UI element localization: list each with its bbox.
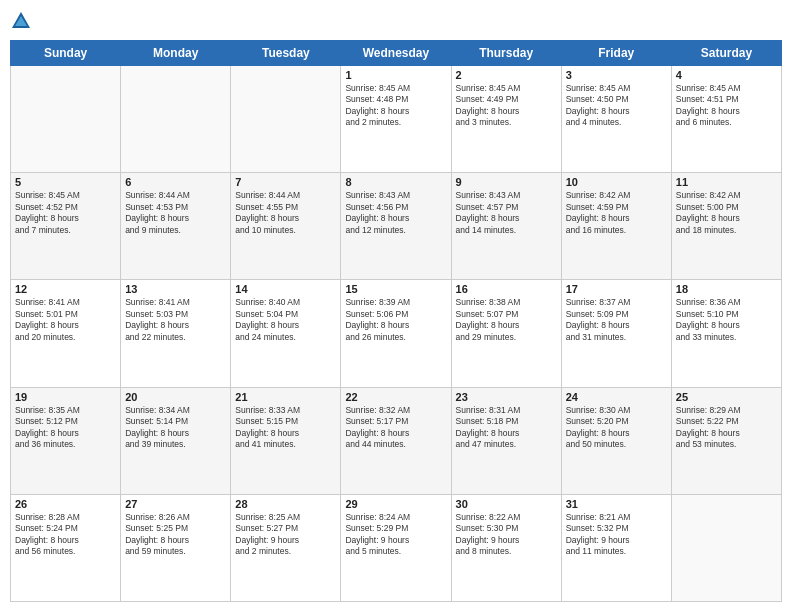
day-info: Sunrise: 8:30 AM Sunset: 5:20 PM Dayligh… (566, 405, 667, 451)
calendar-cell (11, 66, 121, 173)
day-number: 27 (125, 498, 226, 510)
day-info: Sunrise: 8:42 AM Sunset: 4:59 PM Dayligh… (566, 190, 667, 236)
calendar-week-5: 26Sunrise: 8:28 AM Sunset: 5:24 PM Dayli… (11, 494, 782, 601)
logo (10, 10, 36, 32)
day-number: 12 (15, 283, 116, 295)
day-number: 14 (235, 283, 336, 295)
calendar-cell: 4Sunrise: 8:45 AM Sunset: 4:51 PM Daylig… (671, 66, 781, 173)
day-number: 30 (456, 498, 557, 510)
calendar-cell: 21Sunrise: 8:33 AM Sunset: 5:15 PM Dayli… (231, 387, 341, 494)
calendar-cell: 19Sunrise: 8:35 AM Sunset: 5:12 PM Dayli… (11, 387, 121, 494)
day-number: 16 (456, 283, 557, 295)
day-number: 5 (15, 176, 116, 188)
day-number: 31 (566, 498, 667, 510)
day-info: Sunrise: 8:24 AM Sunset: 5:29 PM Dayligh… (345, 512, 446, 558)
calendar-header-thursday: Thursday (451, 41, 561, 66)
calendar-cell: 24Sunrise: 8:30 AM Sunset: 5:20 PM Dayli… (561, 387, 671, 494)
day-number: 9 (456, 176, 557, 188)
day-number: 19 (15, 391, 116, 403)
day-number: 24 (566, 391, 667, 403)
logo-icon (10, 10, 32, 32)
day-number: 10 (566, 176, 667, 188)
calendar-cell: 28Sunrise: 8:25 AM Sunset: 5:27 PM Dayli… (231, 494, 341, 601)
day-number: 13 (125, 283, 226, 295)
calendar-cell: 1Sunrise: 8:45 AM Sunset: 4:48 PM Daylig… (341, 66, 451, 173)
calendar-cell: 14Sunrise: 8:40 AM Sunset: 5:04 PM Dayli… (231, 280, 341, 387)
day-info: Sunrise: 8:26 AM Sunset: 5:25 PM Dayligh… (125, 512, 226, 558)
day-number: 23 (456, 391, 557, 403)
day-info: Sunrise: 8:45 AM Sunset: 4:52 PM Dayligh… (15, 190, 116, 236)
day-info: Sunrise: 8:28 AM Sunset: 5:24 PM Dayligh… (15, 512, 116, 558)
calendar-cell: 20Sunrise: 8:34 AM Sunset: 5:14 PM Dayli… (121, 387, 231, 494)
day-number: 29 (345, 498, 446, 510)
calendar-cell: 9Sunrise: 8:43 AM Sunset: 4:57 PM Daylig… (451, 173, 561, 280)
calendar-week-2: 5Sunrise: 8:45 AM Sunset: 4:52 PM Daylig… (11, 173, 782, 280)
day-info: Sunrise: 8:41 AM Sunset: 5:03 PM Dayligh… (125, 297, 226, 343)
calendar-cell: 6Sunrise: 8:44 AM Sunset: 4:53 PM Daylig… (121, 173, 231, 280)
calendar-cell: 7Sunrise: 8:44 AM Sunset: 4:55 PM Daylig… (231, 173, 341, 280)
calendar-cell (121, 66, 231, 173)
calendar-week-4: 19Sunrise: 8:35 AM Sunset: 5:12 PM Dayli… (11, 387, 782, 494)
calendar-cell: 16Sunrise: 8:38 AM Sunset: 5:07 PM Dayli… (451, 280, 561, 387)
day-info: Sunrise: 8:45 AM Sunset: 4:48 PM Dayligh… (345, 83, 446, 129)
calendar-cell: 23Sunrise: 8:31 AM Sunset: 5:18 PM Dayli… (451, 387, 561, 494)
calendar-cell: 27Sunrise: 8:26 AM Sunset: 5:25 PM Dayli… (121, 494, 231, 601)
day-info: Sunrise: 8:41 AM Sunset: 5:01 PM Dayligh… (15, 297, 116, 343)
calendar-table: SundayMondayTuesdayWednesdayThursdayFrid… (10, 40, 782, 602)
calendar-header-monday: Monday (121, 41, 231, 66)
calendar-cell (231, 66, 341, 173)
day-info: Sunrise: 8:44 AM Sunset: 4:53 PM Dayligh… (125, 190, 226, 236)
page: SundayMondayTuesdayWednesdayThursdayFrid… (0, 0, 792, 612)
day-info: Sunrise: 8:32 AM Sunset: 5:17 PM Dayligh… (345, 405, 446, 451)
day-info: Sunrise: 8:22 AM Sunset: 5:30 PM Dayligh… (456, 512, 557, 558)
day-number: 17 (566, 283, 667, 295)
day-number: 4 (676, 69, 777, 81)
day-info: Sunrise: 8:44 AM Sunset: 4:55 PM Dayligh… (235, 190, 336, 236)
calendar-cell: 22Sunrise: 8:32 AM Sunset: 5:17 PM Dayli… (341, 387, 451, 494)
day-number: 15 (345, 283, 446, 295)
calendar-cell (671, 494, 781, 601)
calendar-cell: 15Sunrise: 8:39 AM Sunset: 5:06 PM Dayli… (341, 280, 451, 387)
calendar-cell: 10Sunrise: 8:42 AM Sunset: 4:59 PM Dayli… (561, 173, 671, 280)
calendar-cell: 29Sunrise: 8:24 AM Sunset: 5:29 PM Dayli… (341, 494, 451, 601)
day-info: Sunrise: 8:42 AM Sunset: 5:00 PM Dayligh… (676, 190, 777, 236)
day-number: 1 (345, 69, 446, 81)
day-info: Sunrise: 8:25 AM Sunset: 5:27 PM Dayligh… (235, 512, 336, 558)
day-info: Sunrise: 8:37 AM Sunset: 5:09 PM Dayligh… (566, 297, 667, 343)
calendar-week-1: 1Sunrise: 8:45 AM Sunset: 4:48 PM Daylig… (11, 66, 782, 173)
calendar-cell: 2Sunrise: 8:45 AM Sunset: 4:49 PM Daylig… (451, 66, 561, 173)
day-number: 6 (125, 176, 226, 188)
calendar-cell: 25Sunrise: 8:29 AM Sunset: 5:22 PM Dayli… (671, 387, 781, 494)
day-number: 28 (235, 498, 336, 510)
day-info: Sunrise: 8:43 AM Sunset: 4:56 PM Dayligh… (345, 190, 446, 236)
calendar-header-friday: Friday (561, 41, 671, 66)
day-number: 25 (676, 391, 777, 403)
day-number: 22 (345, 391, 446, 403)
day-number: 8 (345, 176, 446, 188)
day-number: 18 (676, 283, 777, 295)
day-number: 21 (235, 391, 336, 403)
day-info: Sunrise: 8:36 AM Sunset: 5:10 PM Dayligh… (676, 297, 777, 343)
calendar-cell: 5Sunrise: 8:45 AM Sunset: 4:52 PM Daylig… (11, 173, 121, 280)
calendar-cell: 30Sunrise: 8:22 AM Sunset: 5:30 PM Dayli… (451, 494, 561, 601)
calendar-cell: 12Sunrise: 8:41 AM Sunset: 5:01 PM Dayli… (11, 280, 121, 387)
day-number: 20 (125, 391, 226, 403)
calendar-header-wednesday: Wednesday (341, 41, 451, 66)
calendar-cell: 31Sunrise: 8:21 AM Sunset: 5:32 PM Dayli… (561, 494, 671, 601)
calendar-cell: 11Sunrise: 8:42 AM Sunset: 5:00 PM Dayli… (671, 173, 781, 280)
day-info: Sunrise: 8:45 AM Sunset: 4:49 PM Dayligh… (456, 83, 557, 129)
calendar-header-tuesday: Tuesday (231, 41, 341, 66)
calendar-header-sunday: Sunday (11, 41, 121, 66)
day-info: Sunrise: 8:33 AM Sunset: 5:15 PM Dayligh… (235, 405, 336, 451)
day-info: Sunrise: 8:40 AM Sunset: 5:04 PM Dayligh… (235, 297, 336, 343)
day-info: Sunrise: 8:34 AM Sunset: 5:14 PM Dayligh… (125, 405, 226, 451)
day-info: Sunrise: 8:38 AM Sunset: 5:07 PM Dayligh… (456, 297, 557, 343)
header (10, 10, 782, 32)
day-number: 7 (235, 176, 336, 188)
calendar-cell: 3Sunrise: 8:45 AM Sunset: 4:50 PM Daylig… (561, 66, 671, 173)
day-number: 3 (566, 69, 667, 81)
calendar-header-row: SundayMondayTuesdayWednesdayThursdayFrid… (11, 41, 782, 66)
calendar-week-3: 12Sunrise: 8:41 AM Sunset: 5:01 PM Dayli… (11, 280, 782, 387)
day-info: Sunrise: 8:45 AM Sunset: 4:50 PM Dayligh… (566, 83, 667, 129)
day-number: 11 (676, 176, 777, 188)
